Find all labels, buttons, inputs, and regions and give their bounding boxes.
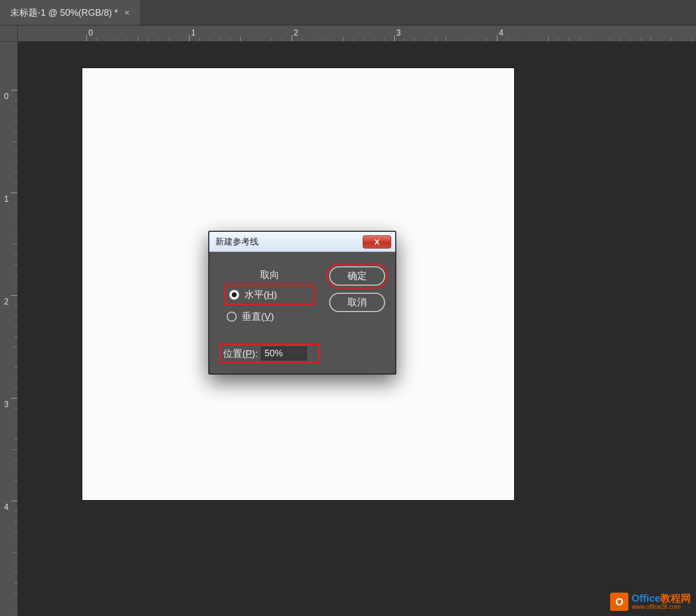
watermark-icon: O	[610, 593, 628, 611]
dialog-title: 新建参考线	[215, 236, 259, 248]
tab-bar: 未标题-1 @ 50%(RGB/8) * ✕	[0, 0, 696, 25]
radio-vertical-label: 垂直(V)	[242, 310, 274, 323]
radio-horizontal[interactable]	[229, 290, 239, 300]
ruler-h-label: 1	[191, 28, 196, 38]
watermark-title: Office教程网	[631, 593, 691, 604]
workspace: 0 1 2 3 4 0 1 2 3 4 新建参考线 X 取向	[0, 25, 696, 616]
ok-button[interactable]: 确定	[329, 266, 385, 286]
document-tab[interactable]: 未标题-1 @ 50%(RGB/8) * ✕	[0, 0, 141, 25]
radio-vertical-row[interactable]: 垂直(V)	[225, 307, 315, 326]
radio-vertical[interactable]	[227, 312, 237, 322]
ruler-h-label: 4	[499, 28, 503, 38]
dialog-right-panel: 确定 取消	[329, 261, 385, 363]
dialog-close-button[interactable]: X	[363, 235, 391, 249]
ruler-h-label: 3	[396, 28, 401, 38]
ruler-corner	[0, 25, 18, 42]
ruler-v-label: 2	[4, 297, 9, 306]
position-input[interactable]	[261, 347, 307, 360]
dialog-titlebar[interactable]: 新建参考线 X	[209, 232, 395, 252]
watermark: O Office教程网 www.office26.com	[610, 593, 691, 611]
ruler-h-label: 0	[88, 28, 93, 38]
new-guide-dialog: 新建参考线 X 取向 水平(H) 垂直(V)	[208, 231, 396, 375]
ruler-v-label: 4	[4, 503, 9, 512]
ruler-v-label: 0	[4, 92, 9, 101]
close-icon: X	[374, 237, 379, 246]
ruler-v-label: 3	[4, 400, 9, 409]
orientation-fieldset: 取向 水平(H) 垂直(V)	[219, 261, 320, 334]
position-label: 位置(P):	[223, 347, 258, 360]
watermark-text: Office教程网 www.office26.com	[631, 593, 691, 610]
dialog-left-panel: 取向 水平(H) 垂直(V) 位置(P):	[219, 261, 320, 363]
dialog-body: 取向 水平(H) 垂直(V) 位置(P):	[209, 252, 395, 374]
position-row: 位置(P):	[219, 344, 320, 363]
close-icon[interactable]: ✕	[124, 9, 130, 17]
radio-horizontal-label: 水平(H)	[244, 288, 277, 301]
watermark-url: www.office26.com	[631, 604, 691, 610]
tab-title: 未标题-1 @ 50%(RGB/8) *	[10, 7, 118, 19]
ruler-v-label: 1	[4, 195, 9, 204]
ruler-h-label: 2	[294, 28, 298, 38]
cancel-button[interactable]: 取消	[329, 293, 385, 312]
orientation-legend: 取向	[225, 268, 315, 282]
horizontal-ruler[interactable]: 0 1 2 3 4	[18, 25, 696, 42]
radio-horizontal-row[interactable]: 水平(H)	[225, 285, 315, 305]
vertical-ruler[interactable]: 0 1 2 3 4	[0, 42, 18, 616]
